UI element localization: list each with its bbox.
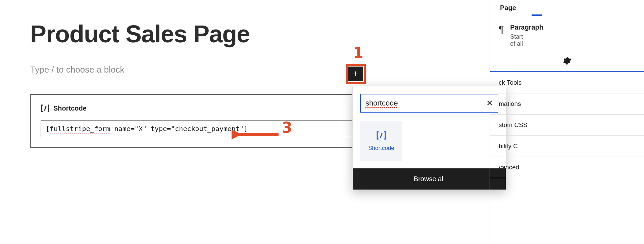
block-placeholder[interactable]: Type / to choose a block (30, 65, 366, 75)
page-title[interactable]: Product Sales Page (30, 20, 366, 48)
shortcode-icon (41, 104, 50, 113)
annotation-arrow-3 (232, 128, 282, 141)
tab-page[interactable]: Page (497, 0, 519, 16)
settings-sidebar: Page ¶ Paragraph Start of all ck Tools m… (490, 0, 644, 244)
block-inserter-popover: shortcode ✕ Shortcode Browse all (352, 86, 506, 190)
add-block-highlight: + (346, 64, 366, 84)
shortcode-block-header: Shortcode (41, 104, 355, 113)
panel-visibility[interactable]: bility C (490, 136, 644, 157)
tab-block[interactable] (532, 6, 542, 16)
block-search-input[interactable]: shortcode ✕ (360, 94, 498, 113)
add-block-button[interactable]: + (348, 67, 363, 81)
panel-advanced[interactable]: vanced (490, 157, 644, 178)
block-search-term: shortcode (365, 99, 398, 108)
paragraph-icon: ¶ (499, 24, 504, 35)
shortcode-input[interactable]: [fullstripe_form name="X" type="checkout… (46, 125, 248, 133)
sidebar-block-title: Paragraph (510, 24, 543, 31)
panel-block-tools[interactable]: ck Tools (490, 71, 644, 93)
gear-icon[interactable] (563, 56, 572, 65)
shortcode-block-label: Shortcode (53, 105, 87, 112)
sidebar-tabs: Page (490, 0, 644, 16)
panel-custom-css[interactable]: stom CSS (490, 115, 644, 136)
browse-all-button[interactable]: Browse all (353, 168, 506, 190)
sidebar-block-header: ¶ Paragraph Start of all (490, 16, 644, 51)
annotation-1: 1 (353, 44, 363, 62)
plus-icon: + (353, 69, 359, 79)
editor-area: Product Sales Page Type / to choose a bl… (30, 20, 366, 148)
shortcode-block[interactable]: Shortcode [fullstripe_form name="X" type… (30, 94, 366, 148)
block-result-shortcode[interactable]: Shortcode (360, 121, 402, 161)
shortcode-input-wrap[interactable]: [fullstripe_form name="X" type="checkout… (41, 120, 355, 137)
shortcode-icon (376, 130, 387, 141)
sidebar-block-desc: Start of all (510, 33, 543, 47)
block-result-label: Shortcode (368, 145, 394, 152)
annotation-3: 3 (282, 119, 292, 136)
panel-animations[interactable]: mations (490, 93, 644, 115)
shortcode-text-underlined: fullstripe_form (50, 125, 110, 133)
shortcode-text-rest: name="X" type="checkout_payment"] (110, 125, 248, 133)
